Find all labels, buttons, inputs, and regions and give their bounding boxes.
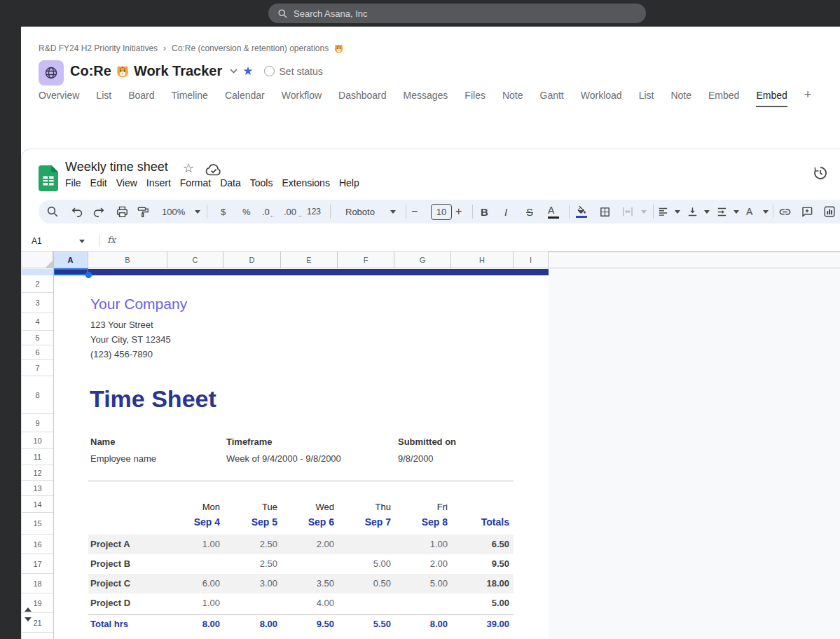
row-header[interactable]: 11 xyxy=(22,449,53,465)
text-wrap-button[interactable] xyxy=(713,203,730,220)
cell-day-wed[interactable]: Wed xyxy=(278,502,334,512)
row-header[interactable]: 21 xyxy=(22,613,53,633)
row-header[interactable]: 8 xyxy=(22,376,53,414)
row-header[interactable]: 6 xyxy=(22,345,53,360)
column-header-H[interactable]: H xyxy=(451,252,514,268)
cell-date-mon[interactable]: Sep 4 xyxy=(164,516,220,528)
cell-day-thu[interactable]: Thu xyxy=(335,502,391,512)
sheet-doc-title[interactable]: Weekly time sheet xyxy=(65,160,168,174)
tab-gantt[interactable]: Gantt xyxy=(540,90,564,106)
borders-button[interactable] xyxy=(596,203,613,220)
font-select[interactable]: Roboto xyxy=(345,207,375,217)
cell-address-3[interactable]: (123) 456-7890 xyxy=(90,349,153,359)
cell-total-hrs-label[interactable]: Total hrs xyxy=(90,615,128,633)
cell-day-mon[interactable]: Mon xyxy=(164,502,220,512)
cell-day-tue[interactable]: Tue xyxy=(221,502,277,512)
tab-workflow[interactable]: Workflow xyxy=(282,90,322,106)
cell-value[interactable]: 4.00 xyxy=(278,593,334,613)
row-header[interactable]: 16 xyxy=(22,535,53,554)
row-header[interactable]: 18 xyxy=(22,574,53,593)
row1-navy-band[interactable] xyxy=(54,269,549,275)
cell-employee-name[interactable]: Employee name xyxy=(90,453,156,464)
column-header-B[interactable]: B xyxy=(88,252,167,268)
column-header-I[interactable]: I xyxy=(514,252,549,268)
cell-day-fri[interactable]: Fri xyxy=(392,502,448,512)
cell-submitted-value[interactable]: 9/8/2000 xyxy=(398,453,434,464)
tab-files[interactable]: Files xyxy=(464,90,486,106)
cell-value[interactable]: 3.00 xyxy=(221,574,277,593)
cell-date-tue[interactable]: Sep 5 xyxy=(221,516,277,528)
project-avatar[interactable] xyxy=(39,60,64,85)
row-header[interactable]: 14 xyxy=(22,496,53,513)
paint-format-button[interactable] xyxy=(135,203,151,220)
cell-project-label[interactable]: Project D xyxy=(90,593,130,613)
row-header[interactable]: 17 xyxy=(22,554,53,574)
fx-label[interactable]: fx xyxy=(107,235,116,245)
vertical-align-button[interactable] xyxy=(684,203,701,220)
add-tab-button[interactable]: + xyxy=(804,90,812,99)
increase-font-size-button[interactable]: + xyxy=(455,205,462,218)
name-box-caret-icon[interactable] xyxy=(79,240,85,243)
tab-timeline[interactable]: Timeline xyxy=(172,90,208,106)
cell-submitted-header[interactable]: Submitted on xyxy=(398,437,456,447)
insert-comment-button[interactable] xyxy=(799,203,815,220)
insert-link-button[interactable] xyxy=(776,203,793,220)
cell-value[interactable]: 1.00 xyxy=(164,593,220,613)
cell-sheet-title[interactable]: Time Sheet xyxy=(90,385,216,413)
breadcrumb-subproject[interactable]: Co:Re (conversion & retention) operation… xyxy=(172,43,329,53)
font-size-input[interactable]: 10 xyxy=(431,204,452,220)
row-header-1-selected[interactable] xyxy=(22,269,53,275)
cell-total-value[interactable]: 8.00 xyxy=(221,615,277,633)
menu-tools[interactable]: Tools xyxy=(250,177,273,188)
star-doc-icon[interactable]: ☆ xyxy=(183,160,194,176)
tab-messages[interactable]: Messages xyxy=(404,90,448,106)
tab-board[interactable]: Board xyxy=(128,90,154,106)
cell-row-total[interactable]: 9.50 xyxy=(446,554,509,574)
name-box[interactable]: A1 xyxy=(32,236,42,246)
cell-value[interactable]: 2.50 xyxy=(221,554,277,574)
bold-button[interactable]: B xyxy=(481,206,488,218)
strikethrough-button[interactable]: S xyxy=(526,206,533,218)
currency-format-button[interactable]: $ xyxy=(221,207,226,217)
search-input[interactable]: Search Asana, Inc xyxy=(268,4,646,23)
cell-total-value[interactable]: 8.00 xyxy=(392,615,448,633)
row-header[interactable]: 2 xyxy=(22,275,53,293)
menu-extensions[interactable]: Extensions xyxy=(282,177,329,188)
percent-format-button[interactable]: % xyxy=(242,207,251,217)
more-formats-button[interactable]: 123 xyxy=(307,207,321,217)
favorite-star-icon[interactable]: ★ xyxy=(242,64,253,78)
row-header[interactable]: 5 xyxy=(22,331,53,345)
tab-note-2[interactable]: Note xyxy=(670,90,691,106)
row-header-partial[interactable] xyxy=(22,633,53,639)
cell-value[interactable]: 0.50 xyxy=(335,574,391,593)
cell-row-total[interactable]: 5.00 xyxy=(446,593,509,613)
row-header[interactable]: 13 xyxy=(22,481,53,496)
cell-company-name[interactable]: Your Company xyxy=(90,296,187,312)
cell-date-wed[interactable]: Sep 6 xyxy=(278,516,334,528)
decrease-font-size-button[interactable]: − xyxy=(411,205,418,218)
cell-name-header[interactable]: Name xyxy=(90,437,115,447)
cell-project-label[interactable]: Project B xyxy=(90,554,130,574)
cell-value[interactable]: 5.00 xyxy=(335,554,391,574)
redo-button[interactable] xyxy=(90,203,106,220)
cell-value[interactable]: 1.00 xyxy=(164,535,220,554)
print-button[interactable] xyxy=(113,203,130,220)
column-header-F[interactable]: F xyxy=(338,252,394,268)
cell-total-value[interactable]: 9.50 xyxy=(278,615,334,633)
increase-decimal-button[interactable]: .00→ xyxy=(284,207,302,217)
cell-timeframe-header[interactable]: Timeframe xyxy=(226,437,273,447)
cell-value[interactable]: 6.00 xyxy=(164,574,220,593)
row-header[interactable]: 7 xyxy=(22,360,53,376)
row-header[interactable]: 9 xyxy=(22,414,53,432)
zoom-select[interactable]: 100% xyxy=(162,207,185,217)
insert-chart-button[interactable] xyxy=(821,203,838,220)
menu-help[interactable]: Help xyxy=(339,177,359,188)
cell-project-label[interactable]: Project C xyxy=(90,574,130,593)
row-header[interactable]: 12 xyxy=(22,465,53,481)
tab-list[interactable]: List xyxy=(96,90,111,106)
text-color-button[interactable]: A xyxy=(548,205,559,219)
tab-overview[interactable]: Overview xyxy=(39,90,79,106)
tab-embed-2-active[interactable]: Embed xyxy=(756,90,787,107)
tab-calendar[interactable]: Calendar xyxy=(225,90,265,106)
menu-insert[interactable]: Insert xyxy=(146,177,171,188)
